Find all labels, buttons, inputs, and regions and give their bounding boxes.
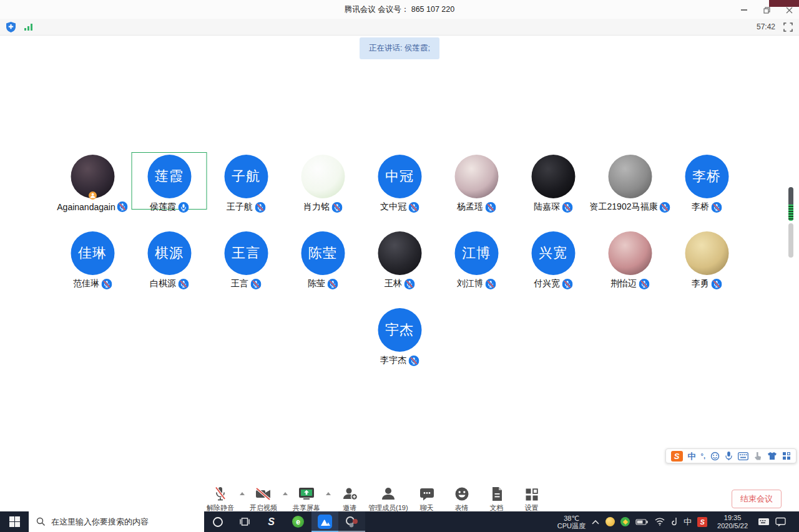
participant-name: 刘江博	[457, 278, 483, 289]
toolbox-icon[interactable]	[782, 452, 791, 460]
toolbar-button-icon	[213, 485, 228, 502]
cpu-temp-label: CPU温度	[557, 522, 586, 530]
scrollbar-thumb[interactable]	[788, 187, 793, 221]
participant-name: 王言	[231, 278, 248, 289]
mic-status-icon	[408, 202, 419, 213]
participant-tile[interactable]: 江博 刘江博	[438, 229, 515, 306]
toolbar-button-chat[interactable]: 聊天	[409, 485, 444, 513]
punctuation-icon[interactable]: °,	[701, 453, 705, 460]
voice-input-icon[interactable]	[725, 451, 733, 461]
taskbar-app-tencent-meeting[interactable]	[311, 511, 338, 532]
participant-avatar: 李桥	[685, 155, 728, 198]
toolbar-button-icon	[419, 485, 435, 502]
ime-language-tray-icon[interactable]: 中	[684, 518, 692, 526]
mic-status-icon	[178, 202, 189, 213]
soft-keyboard-icon[interactable]	[738, 452, 748, 460]
end-meeting-button[interactable]: 结束会议	[732, 490, 782, 508]
participant-avatar: 莲霞	[147, 155, 191, 198]
meeting-security-shield-icon[interactable]	[6, 22, 16, 32]
participant-tile[interactable]: 王言 王言	[208, 229, 285, 306]
battery-icon[interactable]	[635, 517, 649, 527]
camera-off-options-caret-icon[interactable]	[281, 492, 289, 495]
antivirus-green-tray-icon[interactable]	[620, 517, 630, 526]
participant-tile[interactable]: 资工21902马福康	[592, 152, 669, 229]
participant-name: 付兴宽	[534, 278, 560, 289]
participant-grid: Againandagain 莲霞 侯莲霞 子航 王子航	[54, 152, 745, 382]
participant-avatar: 王言	[224, 231, 268, 275]
toolbar-button-document[interactable]: 文档	[479, 485, 514, 513]
taskbar-app-sogou[interactable]: S	[258, 511, 285, 532]
participant-tile[interactable]: 中冠 文中冠	[361, 152, 438, 229]
emoji-picker-icon[interactable]	[710, 452, 720, 461]
toolbar-button-settings[interactable]: 设置	[514, 485, 549, 513]
toolbar-button-members[interactable]: 管理成员(19)	[367, 485, 409, 513]
handwriting-icon[interactable]	[753, 452, 762, 461]
participant-avatar	[454, 155, 498, 198]
toolbar-button-screen-share[interactable]: 共享屏幕	[289, 485, 324, 513]
screen-share-options-caret-icon[interactable]	[324, 492, 332, 495]
participant-tile[interactable]: 莲霞 侯莲霞	[131, 152, 208, 229]
search-input[interactable]	[51, 517, 192, 526]
clock-time: 19:35	[717, 514, 748, 522]
taskbar-app-misc[interactable]	[338, 511, 365, 532]
participant-tile[interactable]: 荆怡迈	[592, 229, 669, 306]
taskbar-app-cortana[interactable]	[204, 511, 231, 532]
participant-name: 荆怡迈	[610, 278, 637, 289]
participant-tile[interactable]: 宇杰 李宇杰	[361, 306, 438, 382]
taskbar-search-box[interactable]	[29, 511, 204, 532]
mic-status-icon	[485, 279, 496, 289]
participant-avatar: 佳琳	[71, 231, 114, 275]
audio-device-icon[interactable]	[671, 517, 678, 526]
security-gold-tray-icon[interactable]	[605, 517, 615, 526]
sogou-tray-icon[interactable]: S	[697, 517, 707, 527]
chinese-mode-icon[interactable]: 中	[688, 452, 696, 460]
restore-button[interactable]	[763, 6, 770, 14]
start-button[interactable]	[0, 511, 29, 532]
input-indicator-icon[interactable]	[758, 517, 770, 526]
minimize-button[interactable]	[740, 6, 748, 14]
cpu-temperature-widget[interactable]: 38℃ CPU温度	[557, 515, 586, 530]
windows-logo-icon	[9, 516, 20, 527]
participant-tile[interactable]: 佳琳 范佳琳	[54, 229, 131, 306]
toolbar-button-emoji-face[interactable]: 表情	[444, 485, 479, 513]
toolbar-button-camera-off[interactable]: 开启视频	[246, 485, 281, 513]
participant-name: 肖力铭	[303, 201, 330, 213]
toolbar-button-icon	[255, 485, 272, 502]
participant-tile[interactable]: 杨孟瑶	[438, 152, 515, 229]
network-signal-icon[interactable]	[654, 517, 665, 526]
sogou-logo-icon[interactable]: S	[671, 451, 683, 462]
participant-tile[interactable]: 陈莹 陈莹	[285, 229, 361, 306]
taskbar-clock[interactable]: 19:35 2020/5/22	[717, 514, 748, 530]
participant-tile[interactable]: Againandagain	[54, 152, 131, 229]
sogou-pinwheel-icon: S	[268, 516, 275, 528]
hidden-icons-chevron-icon[interactable]	[591, 519, 600, 525]
mic-muted-options-caret-icon[interactable]	[238, 492, 246, 495]
host-badge-icon	[89, 191, 97, 200]
tencent-meeting-icon	[318, 515, 332, 529]
participant-name: 李桥	[692, 201, 709, 213]
participant-tile[interactable]: 王林	[361, 229, 438, 306]
mic-status-icon	[639, 279, 649, 289]
skin-icon[interactable]	[767, 452, 777, 460]
taskbar-app-task-view[interactable]	[231, 511, 258, 532]
participant-tile[interactable]: 肖力铭	[285, 152, 361, 229]
scrollbar-track[interactable]	[788, 223, 793, 258]
participant-tile[interactable]: 棋源 白棋源	[131, 229, 208, 306]
mic-status-icon	[117, 201, 128, 212]
close-button[interactable]	[785, 6, 793, 14]
participant-tile[interactable]: 兴宽 付兴宽	[515, 229, 592, 306]
meeting-toolbar: 解除静音 开启视频 共享屏幕 邀请 管理成员(19) 聊天 表情 文档 设置 结…	[0, 483, 799, 511]
mic-status-icon	[711, 202, 722, 213]
meeting-status-bar: 57:42	[0, 19, 799, 36]
participant-tile[interactable]: 陆嘉琛	[515, 152, 592, 229]
toolbar-button-mic-muted[interactable]: 解除静音	[203, 485, 238, 513]
fullscreen-icon[interactable]	[783, 22, 793, 32]
toolbar-button-invite[interactable]: 邀请	[332, 485, 367, 513]
network-quality-icon[interactable]	[24, 22, 34, 31]
participant-tile[interactable]: 李桥 李桥	[669, 152, 745, 229]
action-center-icon[interactable]	[775, 517, 786, 527]
participant-tile[interactable]: 李勇	[669, 229, 745, 306]
participant-tile[interactable]: 子航 王子航	[208, 152, 285, 229]
taskbar-app-browser[interactable]: e	[285, 511, 311, 532]
participant-avatar: 江博	[454, 231, 498, 275]
